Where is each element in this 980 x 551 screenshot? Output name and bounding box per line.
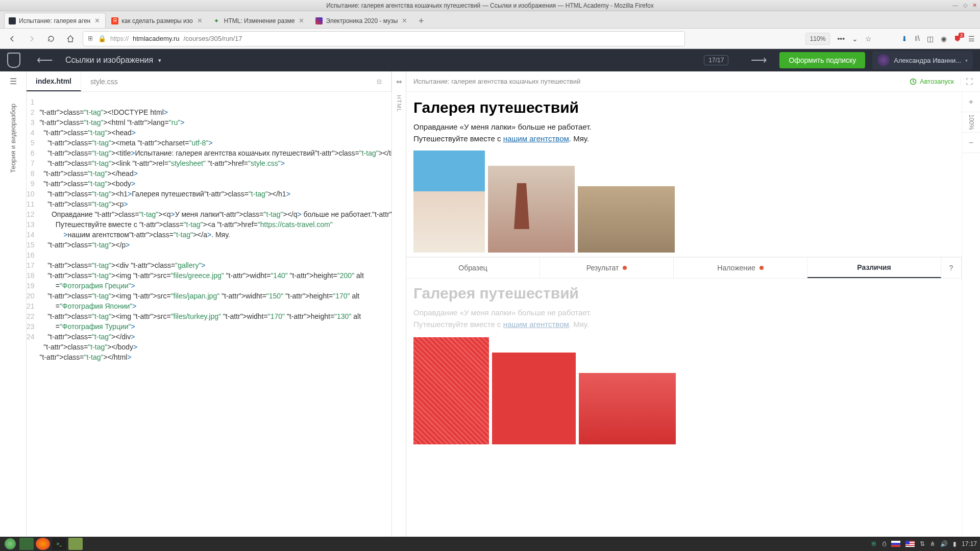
lesson-counter[interactable]: 17/17 [704, 55, 728, 65]
printer-icon[interactable]: ⎙ [883, 540, 886, 547]
avatar [877, 54, 890, 66]
home-button[interactable] [63, 32, 78, 46]
status-dot [760, 266, 764, 270]
reader-icon[interactable]: ⌄ [852, 35, 858, 43]
firefox-icon[interactable] [36, 538, 50, 550]
theory-tab[interactable]: Теория и видеоразбор [9, 104, 17, 173]
chevron-down-icon: ▾ [965, 58, 968, 63]
zoom-in-icon[interactable]: + [962, 92, 980, 112]
editor-pane: index.html style.css ⊟ 12345678910111213… [27, 71, 392, 543]
more-icon[interactable]: ••• [837, 35, 845, 43]
pane-divider[interactable]: ⇔ HTML [392, 71, 406, 543]
close-tab-icon[interactable]: ✕ [401, 17, 408, 24]
flag-ru-icon[interactable] [891, 541, 900, 547]
next-lesson-button[interactable]: ⟶ [747, 54, 770, 67]
tab-help[interactable]: ? [941, 258, 962, 278]
shield-tray-icon[interactable]: ⛨ [871, 540, 877, 547]
autorun-toggle[interactable]: Автозапуск [910, 78, 954, 85]
lock-icon[interactable]: 🔒 [98, 35, 106, 42]
user-menu[interactable]: Александра Иванни... ▾ [872, 51, 973, 69]
preview-right-rail: + 100% − [962, 92, 980, 543]
split-icon[interactable]: ⇔ [396, 71, 402, 92]
image-turkey [578, 186, 675, 253]
flag-us-icon[interactable] [905, 541, 915, 547]
code-content[interactable]: "t-attr">class="t-tag"><!DOCTYPE html>"t… [40, 97, 391, 543]
zoom-level[interactable]: 100% [962, 112, 980, 133]
window-title: Испытание: галерея агентства кошачьих пу… [326, 2, 653, 9]
html-badge: HTML [396, 95, 402, 112]
minimize-icon[interactable]: — [952, 2, 958, 9]
network-icon[interactable]: ⇅ [920, 540, 925, 547]
browser-urlbar: ⛨ 🔒 https://htmlacademy.ru/courses/305/r… [0, 29, 980, 49]
preview-render: Галерея путешествий Оправдание «У меня л… [406, 92, 962, 257]
shield-icon[interactable]: ⛨ [87, 35, 94, 42]
zoom-indicator[interactable]: 110% [805, 33, 830, 45]
hamburger-icon[interactable]: ☰ [968, 35, 975, 43]
files-icon[interactable] [19, 538, 34, 550]
account-icon[interactable]: ◉ [941, 35, 947, 43]
os-taskbar: >_ ⛨ ⎙ ⇅ ⋔ 🔊 ▮ 17:17 [0, 537, 980, 551]
diff-image [579, 373, 676, 444]
battery-icon[interactable]: ▮ [953, 540, 957, 547]
star-icon[interactable]: ☆ [865, 35, 872, 43]
system-titlebar: Испытание: галерея агентства кошачьих пу… [0, 0, 980, 11]
line-gutter: 123456789101112131415161718192021222324 [27, 97, 40, 543]
yandex-icon: Я [111, 17, 118, 24]
library-icon[interactable]: ⦀\ [915, 34, 920, 43]
address-bar[interactable]: ⛨ 🔒 https://htmlacademy.ru/courses/305/r… [83, 31, 685, 46]
new-tab-button[interactable]: + [414, 14, 428, 28]
page-h1: Галерея путешествий [413, 99, 954, 116]
folder-icon[interactable] [68, 538, 83, 550]
close-tab-icon[interactable]: ✕ [196, 17, 204, 24]
file-tab-index[interactable]: index.html [27, 71, 81, 91]
file-tab-style[interactable]: style.css ⊟ [81, 71, 391, 91]
close-tab-icon[interactable]: ✕ [93, 17, 101, 24]
tab-overlay[interactable]: Наложение [674, 258, 807, 278]
terminal-icon[interactable]: >_ [52, 538, 66, 550]
image-greece [413, 151, 485, 253]
reload-button[interactable] [44, 32, 58, 46]
code-editor[interactable]: 123456789101112131415161718192021222324 … [27, 92, 391, 543]
diff-image [492, 353, 576, 444]
close-icon[interactable]: ✕ [972, 2, 977, 9]
fullscreen-icon[interactable]: ⛶ [960, 78, 973, 86]
download-icon[interactable]: ⬇ [901, 35, 908, 43]
wifi-icon[interactable]: ⋔ [930, 540, 935, 547]
puzzle-icon: ✦ [214, 17, 221, 24]
left-rail: ☰ Теория и видеоразбор [0, 71, 27, 543]
back-button[interactable] [5, 32, 19, 46]
tab-sample[interactable]: Образец [406, 258, 540, 278]
agency-link[interactable]: нашим агентством [503, 134, 569, 143]
subscribe-button[interactable]: Оформить подписку [779, 52, 865, 68]
clock[interactable]: 17:17 [962, 540, 977, 547]
browser-tab[interactable]: Я как сделать размеры изо ✕ [107, 13, 208, 28]
browser-tab[interactable]: ✦ HTML: Изменение разме ✕ [209, 13, 310, 28]
volume-icon[interactable]: 🔊 [940, 540, 948, 547]
tab-result[interactable]: Результат [540, 258, 674, 278]
preview-pane: Испытание: галерея агентства кошачьих пу… [406, 71, 980, 543]
music-icon [315, 17, 323, 24]
diff-render: Галерея путешествий Оправдание «У меня л… [406, 279, 962, 543]
close-tab-icon[interactable]: ✕ [298, 17, 305, 24]
extension-icon[interactable]: ⛊3 [954, 35, 961, 43]
browser-tab[interactable]: Испытание: галерея аген ✕ [4, 13, 106, 28]
preview-title: Испытание: галерея агентства кошачьих пу… [413, 78, 903, 85]
start-menu[interactable] [3, 538, 17, 550]
lesson-title[interactable]: Ссылки и изображения ▾ [65, 56, 161, 65]
maximize-icon[interactable]: ◇ [963, 2, 967, 9]
zoom-out-icon[interactable]: − [962, 133, 980, 153]
image-japan [488, 166, 575, 253]
diff-image [413, 337, 489, 444]
browser-tab[interactable]: Электроника 2020 - музы ✕ [311, 13, 413, 28]
tab-diff[interactable]: Различия [807, 258, 941, 278]
menu-icon[interactable]: ☰ [10, 77, 17, 86]
collapse-icon[interactable]: ⊟ [377, 78, 382, 85]
prev-lesson-button[interactable]: ⟵ [33, 54, 56, 67]
htmlacademy-icon [9, 17, 16, 24]
compare-tabs: Образец Результат Наложение Различия ? [406, 257, 962, 279]
sidebar-icon[interactable]: ◫ [927, 35, 934, 43]
forward-button[interactable] [24, 32, 39, 46]
chevron-down-icon: ▾ [158, 57, 161, 64]
status-dot [623, 266, 627, 270]
htmlacademy-logo[interactable] [7, 53, 20, 68]
